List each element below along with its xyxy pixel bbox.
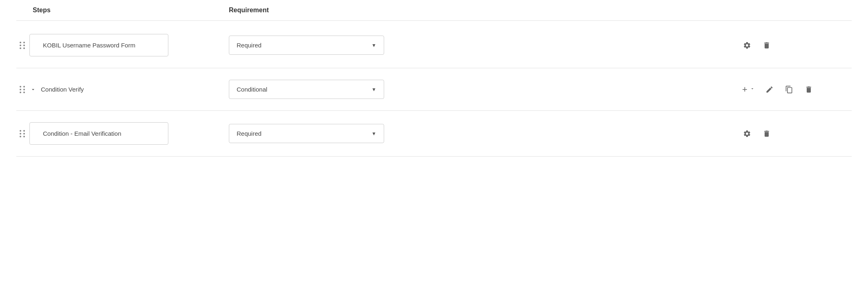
requirement-value-3: Required	[237, 130, 262, 137]
trash-icon	[763, 130, 771, 138]
edit-button-2[interactable]	[764, 84, 775, 95]
table-row: KOBIL Username Password Form Required ▼	[16, 22, 852, 68]
requirement-cell-2: Conditional ▼	[229, 80, 729, 99]
steps-column-header: Steps	[16, 7, 229, 14]
gear-icon	[743, 130, 751, 138]
drag-handle-2[interactable]	[20, 86, 25, 93]
step-name-condition-verify: Condition Verify	[41, 86, 84, 93]
settings-button-3[interactable]	[741, 128, 753, 139]
actions-column-header	[729, 7, 852, 14]
requirement-value-1: Required	[237, 42, 262, 49]
delete-button-2[interactable]	[803, 84, 814, 95]
requirement-cell-1: Required ▼	[229, 36, 729, 55]
chevron-down-icon	[30, 87, 36, 92]
requirement-value-2: Conditional	[237, 86, 267, 93]
trash-icon	[805, 85, 813, 94]
drag-handle[interactable]	[20, 42, 25, 49]
chevron-down-button-2[interactable]	[29, 86, 37, 93]
step-name-email-verification: Condition - Email Verification	[43, 130, 121, 137]
select-arrow-2: ▼	[371, 87, 376, 92]
add-chevron-button-2[interactable]	[749, 86, 756, 92]
table-row: Condition Verify Conditional ▼ +	[16, 68, 852, 111]
steps-cell-3: Condition - Email Verification	[16, 122, 229, 145]
requirement-cell-3: Required ▼	[229, 124, 729, 143]
steps-cell: KOBIL Username Password Form	[16, 34, 229, 56]
settings-button-1[interactable]	[741, 40, 753, 51]
step-box-kobil: KOBIL Username Password Form	[29, 34, 168, 56]
copy-icon	[785, 85, 793, 94]
step-name-kobil: KOBIL Username Password Form	[43, 42, 135, 49]
table-row: Condition - Email Verification Required …	[16, 111, 852, 157]
steps-table: Steps Requirement KOBIL Username Passwor…	[0, 0, 868, 157]
gear-icon	[743, 41, 751, 49]
delete-button-3[interactable]	[761, 128, 772, 139]
requirement-select-3[interactable]: Required ▼	[229, 124, 384, 143]
select-arrow-3: ▼	[371, 131, 376, 137]
requirement-column-header: Requirement	[229, 7, 729, 14]
actions-cell-3	[729, 128, 852, 139]
pencil-icon	[765, 85, 774, 94]
actions-cell-2: +	[729, 84, 852, 95]
trash-icon	[763, 41, 771, 49]
steps-cell-2: Condition Verify	[16, 86, 229, 93]
chevron-down-icon	[750, 86, 755, 91]
drag-handle-3[interactable]	[20, 130, 25, 137]
requirement-select-1[interactable]: Required ▼	[229, 36, 384, 55]
plus-icon: +	[742, 84, 747, 94]
step-box-email-verification: Condition - Email Verification	[29, 122, 168, 145]
delete-button-1[interactable]	[761, 40, 772, 51]
actions-cell-1	[729, 40, 852, 51]
table-header: Steps Requirement	[16, 0, 852, 21]
copy-button-2[interactable]	[783, 84, 795, 95]
select-arrow-1: ▼	[371, 43, 376, 48]
add-dropdown-group: +	[741, 85, 756, 94]
requirement-select-2[interactable]: Conditional ▼	[229, 80, 384, 99]
add-button-2[interactable]: +	[741, 85, 748, 94]
